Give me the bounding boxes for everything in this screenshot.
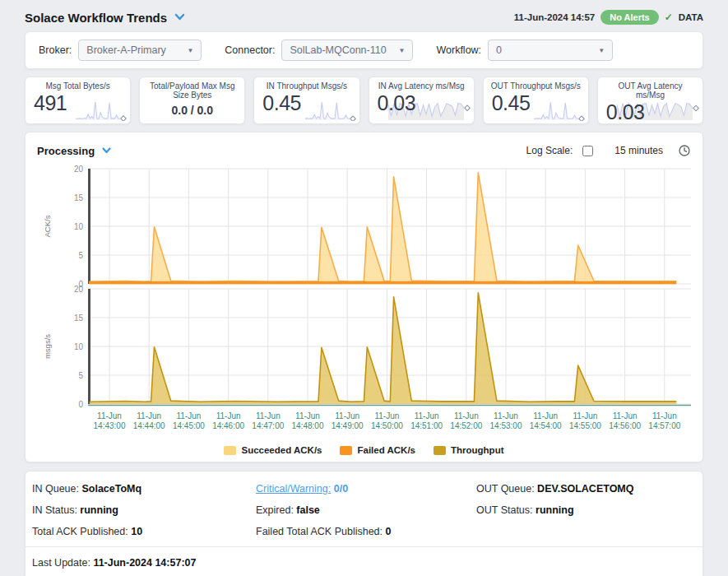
info-value: 10 xyxy=(128,526,142,537)
metric-card-in-avg-latency-ms-msg[interactable]: IN Avg Latency ms/Msg0.03 xyxy=(369,77,475,124)
page-title: Solace Workflow Trends xyxy=(25,11,167,25)
data-label: DATA xyxy=(679,12,703,22)
info-column-3: OUT Queue: DEV.SOLACETOMQOUT Status: run… xyxy=(476,482,696,538)
chart-legend: Succeeded ACK/sFailed ACK/sThroughput xyxy=(37,445,691,455)
info-value: SolaceToMq xyxy=(79,483,141,495)
no-alerts-badge: No Alerts xyxy=(600,10,659,25)
legend-label: Failed ACK/s xyxy=(357,445,415,455)
svg-text:14:57:00: 14:57:00 xyxy=(648,421,680,430)
workflow-select-value: 0 xyxy=(496,44,502,56)
info-item-expired: Expired: false xyxy=(256,504,476,517)
info-item-in-status: IN Status: running xyxy=(32,504,256,517)
info-label: Expired: xyxy=(256,504,294,516)
info-value: 0/0 xyxy=(331,483,348,495)
workflow-info-panel: IN Queue: SolaceToMqIN Status: runningTo… xyxy=(25,471,703,576)
filter-bar: Broker: Broker-A-Primary ▼ Connector: So… xyxy=(25,31,703,69)
svg-text:11-Jun: 11-Jun xyxy=(176,411,201,420)
metric-card-in-throughput-msgs-s[interactable]: IN Throughput Msgs/s0.45 xyxy=(253,77,359,124)
metric-card-out-avg-latency-ms-msg[interactable]: OUT Avg Latency ms/Msg0.03 xyxy=(597,77,703,124)
svg-text:14:49:00: 14:49:00 xyxy=(332,421,364,430)
legend-label: Succeeded ACK/s xyxy=(241,445,322,455)
chevron-down-icon: ▼ xyxy=(598,47,605,54)
info-item-critical-warning: Critical/Warning: 0/0 xyxy=(256,482,476,495)
legend-swatch xyxy=(340,446,352,455)
svg-text:ACK/s: ACK/s xyxy=(43,215,52,237)
critical-warning-link[interactable]: Critical/Warning: xyxy=(256,483,331,495)
last-update-value: 11-Jun-2024 14:57:07 xyxy=(93,557,196,569)
svg-text:11-Jun: 11-Jun xyxy=(573,411,597,420)
svg-text:14:43:00: 14:43:00 xyxy=(94,421,126,430)
svg-text:14:47:00: 14:47:00 xyxy=(252,421,284,430)
connector-select[interactable]: SolLab-MQConn-110 ▼ xyxy=(281,39,413,61)
clock-icon[interactable] xyxy=(678,144,691,157)
svg-text:11-Jun: 11-Jun xyxy=(137,411,161,420)
connector-label: Connector: xyxy=(225,44,275,56)
info-label: Total ACK Published: xyxy=(32,526,128,537)
info-label: OUT Status: xyxy=(476,504,533,516)
info-item-total-ack-published: Total ACK Published: 10 xyxy=(32,525,256,538)
info-value: DEV.SOLACETOMQ xyxy=(535,483,634,495)
svg-text:14:55:00: 14:55:00 xyxy=(569,421,601,430)
info-item-failed-total-ack-published: Failed Total ACK Published: 0 xyxy=(256,525,476,538)
svg-text:14:46:00: 14:46:00 xyxy=(212,421,244,430)
metric-card-value: 0.45 xyxy=(489,91,583,115)
svg-text:11-Jun: 11-Jun xyxy=(494,411,518,420)
legend-item-failed-ack-s[interactable]: Failed ACK/s xyxy=(340,445,415,455)
svg-text:14:50:00: 14:50:00 xyxy=(371,421,403,430)
svg-text:11-Jun: 11-Jun xyxy=(216,411,241,420)
broker-label: Broker: xyxy=(39,44,72,56)
broker-select[interactable]: Broker-A-Primary ▼ xyxy=(78,39,202,61)
info-label: OUT Queue: xyxy=(476,483,535,495)
svg-text:0: 0 xyxy=(78,400,83,409)
processing-chevron-down-icon[interactable] xyxy=(101,146,112,156)
info-label: IN Queue: xyxy=(32,483,79,495)
svg-text:11-Jun: 11-Jun xyxy=(374,411,399,420)
svg-text:15: 15 xyxy=(74,193,84,202)
info-label: Failed Total ACK Published: xyxy=(256,526,383,537)
legend-item-succeeded-ack-s[interactable]: Succeeded ACK/s xyxy=(224,445,322,455)
data-check-icon: ✓ xyxy=(665,12,673,23)
svg-text:15: 15 xyxy=(74,314,84,323)
info-label: IN Status: xyxy=(32,504,77,516)
metric-card-out-throughput-msgs-s[interactable]: OUT Throughput Msgs/s0.45 xyxy=(483,77,589,124)
last-update-row: Last Update: 11-Jun-2024 14:57:07 xyxy=(26,547,702,576)
legend-label: Throughput xyxy=(451,445,504,455)
info-item-out-queue: OUT Queue: DEV.SOLACETOMQ xyxy=(476,482,696,495)
info-column-1: IN Queue: SolaceToMqIN Status: runningTo… xyxy=(32,482,256,538)
svg-text:11-Jun: 11-Jun xyxy=(335,411,359,420)
svg-text:14:45:00: 14:45:00 xyxy=(173,421,205,430)
metric-card-value: 491 xyxy=(30,91,125,115)
log-scale-checkbox[interactable] xyxy=(582,146,593,156)
connector-select-value: SolLab-MQConn-110 xyxy=(290,44,386,56)
chevron-down-icon: ▼ xyxy=(399,47,406,54)
title-chevron-down-icon[interactable] xyxy=(174,12,186,22)
svg-text:14:54:00: 14:54:00 xyxy=(530,421,562,430)
metric-card-value: 0.0 / 0.0 xyxy=(145,100,239,121)
log-scale-label: Log Scale: xyxy=(526,145,573,156)
svg-text:msgs/s: msgs/s xyxy=(43,334,52,359)
metric-card-title: Msg Total Bytes/s xyxy=(30,81,125,91)
info-value: false xyxy=(294,504,320,516)
chevron-down-icon: ▼ xyxy=(187,47,193,54)
metric-card-msg-total-bytes-s[interactable]: Msg Total Bytes/s491 xyxy=(25,77,131,124)
metric-card-total-payload-max-msg-size-bytes[interactable]: Total/Payload Max Msg Size Bytes0.0 / 0.… xyxy=(139,77,245,124)
metric-card-title: OUT Throughput Msgs/s xyxy=(489,81,583,91)
svg-text:10: 10 xyxy=(74,222,84,231)
svg-text:11-Jun: 11-Jun xyxy=(97,411,122,420)
svg-text:11-Jun: 11-Jun xyxy=(415,411,439,420)
svg-text:11-Jun: 11-Jun xyxy=(454,411,479,420)
last-update-label: Last Update: xyxy=(32,557,90,569)
svg-text:20: 20 xyxy=(74,165,84,174)
time-range-label: 15 minutes xyxy=(614,145,663,156)
info-column-2: Critical/Warning: 0/0Expired: falseFaile… xyxy=(256,482,476,538)
legend-item-throughput[interactable]: Throughput xyxy=(434,445,504,455)
workflow-label: Workflow: xyxy=(436,44,481,56)
workflow-select[interactable]: 0 ▼ xyxy=(488,39,613,61)
header-datetime: 11-Jun-2024 14:57 xyxy=(514,12,595,22)
dashboard: Solace Workflow Trends 11-Jun-2024 14:57… xyxy=(0,0,728,576)
info-item-out-status: OUT Status: running xyxy=(476,504,696,517)
metric-card-title: IN Throughput Msgs/s xyxy=(259,81,354,91)
svg-text:11-Jun: 11-Jun xyxy=(613,411,638,420)
svg-text:11-Jun: 11-Jun xyxy=(256,411,281,420)
processing-title: Processing xyxy=(37,145,95,157)
